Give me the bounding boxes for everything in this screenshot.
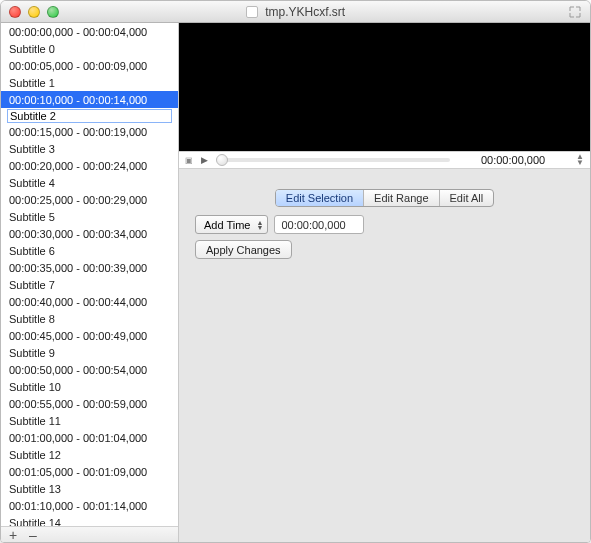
subtitle-entry[interactable]: 00:00:50,000 - 00:00:54,000Subtitle 10 (1, 361, 178, 395)
subtitle-label[interactable]: Subtitle 10 (1, 378, 178, 395)
subtitle-time[interactable]: 00:01:10,000 - 00:01:14,000 (1, 497, 178, 514)
subtitle-entry[interactable]: 00:01:05,000 - 00:01:09,000Subtitle 13 (1, 463, 178, 497)
subtitle-entry[interactable]: 00:00:00,000 - 00:00:04,000Subtitle 0 (1, 23, 178, 57)
subtitle-entry[interactable]: 00:00:20,000 - 00:00:24,000Subtitle 4 (1, 157, 178, 191)
subtitle-time[interactable]: 00:01:05,000 - 00:01:09,000 (1, 463, 178, 480)
tab-edit-selection[interactable]: Edit Selection (276, 190, 363, 206)
subtitle-time[interactable]: 00:01:00,000 - 00:01:04,000 (1, 429, 178, 446)
controls-panel: Edit Selection Edit Range Edit All Add T… (179, 169, 590, 275)
subtitle-time[interactable]: 00:00:25,000 - 00:00:29,000 (1, 191, 178, 208)
subtitle-label[interactable]: Subtitle 9 (1, 344, 178, 361)
subtitle-time[interactable]: 00:00:45,000 - 00:00:49,000 (1, 327, 178, 344)
apply-changes-button[interactable]: Apply Changes (195, 240, 292, 259)
subtitle-entry[interactable]: 00:00:40,000 - 00:00:44,000Subtitle 8 (1, 293, 178, 327)
zoom-icon[interactable] (47, 6, 59, 18)
subtitle-entry[interactable]: 00:00:55,000 - 00:00:59,000Subtitle 11 (1, 395, 178, 429)
app-window: tmp.YKHcxf.srt 00:00:00,000 - 00:00:04,0… (0, 0, 591, 543)
subtitle-time[interactable]: 00:00:10,000 - 00:00:14,000 (1, 91, 178, 108)
subtitle-label[interactable]: Subtitle 5 (1, 208, 178, 225)
subtitle-entry[interactable]: 00:00:05,000 - 00:00:09,000Subtitle 1 (1, 57, 178, 91)
fullscreen-icon[interactable] (568, 5, 582, 19)
subtitle-entry[interactable]: 00:00:35,000 - 00:00:39,000Subtitle 7 (1, 259, 178, 293)
subtitle-entry[interactable]: 00:01:00,000 - 00:01:04,000Subtitle 12 (1, 429, 178, 463)
close-icon[interactable] (9, 6, 21, 18)
subtitle-label[interactable]: Subtitle 14 (1, 514, 178, 526)
subtitle-time[interactable]: 00:00:15,000 - 00:00:19,000 (1, 123, 178, 140)
subtitle-time[interactable]: 00:00:30,000 - 00:00:34,000 (1, 225, 178, 242)
body: 00:00:00,000 - 00:00:04,000Subtitle 000:… (1, 23, 590, 542)
traffic-lights (9, 6, 59, 18)
time-offset-field[interactable]: 00:00:00,000 (274, 215, 364, 234)
subtitle-time[interactable]: 00:00:55,000 - 00:00:59,000 (1, 395, 178, 412)
subtitle-label[interactable]: Subtitle 6 (1, 242, 178, 259)
window-title: tmp.YKHcxf.srt (1, 5, 590, 19)
subtitle-entry[interactable]: 00:00:10,000 - 00:00:14,000 (1, 91, 178, 123)
subtitle-time[interactable]: 00:00:20,000 - 00:00:24,000 (1, 157, 178, 174)
subtitle-label[interactable]: Subtitle 4 (1, 174, 178, 191)
transport-stepper[interactable]: ▲▼ (576, 154, 584, 166)
mode-segmented: Edit Selection Edit Range Edit All (195, 189, 574, 207)
document-icon (246, 6, 258, 18)
subtitle-time[interactable]: 00:00:40,000 - 00:00:44,000 (1, 293, 178, 310)
expand-icon[interactable]: ▣ (185, 156, 193, 165)
subtitle-time[interactable]: 00:00:35,000 - 00:00:39,000 (1, 259, 178, 276)
window-title-text: tmp.YKHcxf.srt (265, 5, 345, 19)
subtitle-entry[interactable]: 00:00:25,000 - 00:00:29,000Subtitle 5 (1, 191, 178, 225)
subtitle-time[interactable]: 00:00:05,000 - 00:00:09,000 (1, 57, 178, 74)
subtitle-label[interactable]: Subtitle 3 (1, 140, 178, 157)
main-panel: ▣ ▶ 00:00:00,000 ▲▼ Edit Selection Edit … (179, 23, 590, 542)
operation-select-label: Add Time (204, 219, 250, 231)
operation-select[interactable]: Add Time ▲▼ (195, 215, 268, 234)
subtitle-label[interactable]: Subtitle 7 (1, 276, 178, 293)
video-preview[interactable] (179, 23, 590, 151)
subtitle-label[interactable]: Subtitle 8 (1, 310, 178, 327)
titlebar[interactable]: tmp.YKHcxf.srt (1, 1, 590, 23)
tab-edit-range[interactable]: Edit Range (363, 190, 438, 206)
subtitle-label[interactable]: Subtitle 12 (1, 446, 178, 463)
subtitle-label[interactable]: Subtitle 13 (1, 480, 178, 497)
subtitle-entry[interactable]: 00:01:10,000 - 00:01:14,000Subtitle 14 (1, 497, 178, 526)
play-icon[interactable]: ▶ (201, 155, 208, 165)
subtitle-entry[interactable]: 00:00:15,000 - 00:00:19,000Subtitle 3 (1, 123, 178, 157)
transport-bar: ▣ ▶ 00:00:00,000 ▲▼ (179, 151, 590, 169)
subtitle-label-input[interactable] (7, 109, 172, 123)
subtitle-time[interactable]: 00:00:00,000 - 00:00:04,000 (1, 23, 178, 40)
subtitle-entry[interactable]: 00:00:45,000 - 00:00:49,000Subtitle 9 (1, 327, 178, 361)
tab-edit-all[interactable]: Edit All (439, 190, 494, 206)
subtitle-label[interactable] (1, 108, 178, 123)
add-button[interactable]: + (5, 528, 21, 542)
subtitle-label[interactable]: Subtitle 11 (1, 412, 178, 429)
slider-thumb[interactable] (216, 154, 228, 166)
sidebar-footer: + – (1, 526, 178, 542)
remove-button[interactable]: – (25, 528, 41, 542)
updown-icon: ▲▼ (256, 220, 263, 230)
playhead-slider[interactable] (216, 158, 450, 162)
subtitle-list[interactable]: 00:00:00,000 - 00:00:04,000Subtitle 000:… (1, 23, 178, 526)
subtitle-label[interactable]: Subtitle 0 (1, 40, 178, 57)
subtitle-time[interactable]: 00:00:50,000 - 00:00:54,000 (1, 361, 178, 378)
time-offset-value: 00:00:00,000 (281, 219, 345, 231)
subtitle-label[interactable]: Subtitle 1 (1, 74, 178, 91)
minimize-icon[interactable] (28, 6, 40, 18)
subtitle-entry[interactable]: 00:00:30,000 - 00:00:34,000Subtitle 6 (1, 225, 178, 259)
time-display: 00:00:00,000 (458, 154, 568, 166)
subtitle-sidebar: 00:00:00,000 - 00:00:04,000Subtitle 000:… (1, 23, 179, 542)
